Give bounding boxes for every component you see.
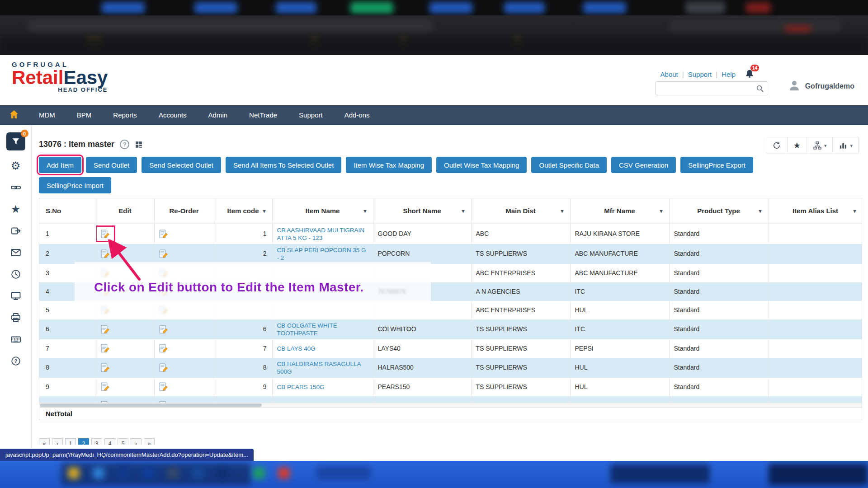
sort-caret-icon[interactable]: ▾ — [462, 208, 464, 214]
col-header-label: Item Alias List — [793, 207, 838, 215]
reorder-icon[interactable] — [159, 363, 168, 372]
outlet-specific-data-button[interactable]: Outlet Specific Data — [531, 157, 607, 173]
send-outlet-button[interactable]: Send Outlet — [86, 157, 137, 173]
csv-generation-button[interactable]: CSV Generation — [611, 157, 676, 173]
add-item-button[interactable]: Add Item — [39, 157, 81, 173]
nav-add-ons[interactable]: Add-ons — [334, 105, 381, 125]
cell-reorder — [154, 358, 214, 378]
page-button-4[interactable]: 4 — [104, 438, 115, 445]
page-button-2[interactable]: 2 — [78, 438, 89, 445]
help-icon[interactable]: ? — [9, 355, 22, 367]
col-header-item-code[interactable]: Item code▾ — [214, 198, 272, 224]
outlet-wise-tax-mapping-button[interactable]: Outlet Wise Tax Mapping — [436, 157, 527, 173]
edit-icon[interactable] — [101, 325, 110, 334]
search-input[interactable] — [656, 82, 756, 95]
edit-icon[interactable] — [101, 344, 110, 353]
help-link[interactable]: Help — [722, 70, 736, 78]
col-header-item-alias-list[interactable]: Item Alias List▾ — [768, 198, 862, 224]
retaileasy-logo[interactable]: GOFRUGAL RetailEasy HEAD OFFICE — [12, 61, 108, 93]
horizontal-scrollbar[interactable] — [39, 403, 862, 408]
edit-icon[interactable] — [101, 363, 110, 372]
send-icon[interactable] — [9, 225, 22, 237]
sort-caret-icon[interactable]: ▾ — [853, 208, 856, 214]
scrollbar-thumb[interactable] — [40, 404, 262, 407]
sellingprice-export-button[interactable]: SellingPrice Export — [680, 157, 753, 173]
item-name-link[interactable]: CB SLAP PERI POPCORN 35 G - 2 — [277, 246, 368, 262]
item-name-link[interactable]: CB PEARS 150G — [277, 383, 368, 391]
send-selected-outlet-button[interactable]: Send Selected Outlet — [142, 157, 221, 173]
page-button-nav[interactable]: ‹ — [52, 438, 63, 445]
nav-bpm[interactable]: BPM — [66, 105, 103, 125]
filter-icon[interactable]: 0 — [6, 132, 25, 150]
col-header-re-order[interactable]: Re-Order — [154, 198, 214, 224]
col-header-short-name[interactable]: Short Name▾ — [373, 198, 471, 224]
edit-icon[interactable] — [101, 382, 110, 391]
item-name-link[interactable]: CB AASHIRVAAD MULTIGRAIN ATTA 5 KG - 123 — [277, 226, 368, 242]
cell-item-name: CB LAYS 40G — [272, 339, 373, 358]
nav-admin[interactable]: Admin — [198, 105, 239, 125]
sellingprice-import-button[interactable]: SellingPrice Import — [39, 177, 111, 193]
item-name-link[interactable]: CB HALDIRAMS RASAGULLA 500G — [277, 360, 368, 375]
reorder-icon[interactable] — [159, 325, 168, 334]
cell-short-name: POPCORN — [373, 244, 471, 264]
nav-reports[interactable]: Reports — [102, 105, 148, 125]
col-header-label: Item code — [227, 207, 259, 215]
mail-icon[interactable] — [9, 246, 22, 259]
item-name-link[interactable]: CB COLGATE WHITE TOOTHPASTE — [277, 322, 368, 337]
page-button-1[interactable]: 1 — [65, 438, 76, 445]
about-link[interactable]: About — [660, 70, 678, 78]
clock-icon[interactable] — [9, 268, 22, 281]
nav-support[interactable]: Support — [288, 105, 334, 125]
reorder-icon[interactable] — [159, 382, 168, 391]
sort-caret-icon[interactable]: ▾ — [363, 208, 366, 214]
send-all-items-to-selected-outlet-button[interactable]: Send All Items To Selected Outlet — [226, 157, 341, 173]
item-wise-tax-mapping-button[interactable]: Item Wise Tax Mapping — [346, 157, 432, 173]
item-name-link[interactable]: CB LAYS 40G — [277, 345, 368, 352]
monitor-icon[interactable] — [9, 290, 22, 302]
blur-blob — [142, 467, 154, 479]
help-icon[interactable]: ? — [120, 140, 129, 149]
col-header-edit[interactable]: Edit — [96, 198, 154, 224]
col-header-s-no[interactable]: S.No — [39, 198, 96, 224]
refresh-button[interactable] — [766, 137, 787, 154]
star-icon[interactable]: ★ — [9, 203, 22, 216]
home-tab[interactable] — [0, 105, 28, 125]
page-button-5[interactable]: 5 — [118, 438, 128, 445]
sort-caret-icon[interactable]: ▾ — [561, 208, 563, 214]
col-header-mfr-name[interactable]: Mfr Name▾ — [570, 198, 669, 224]
cell-item-alias — [768, 301, 862, 319]
action-buttons-row: Add ItemSend OutletSend Selected OutletS… — [39, 157, 753, 173]
sort-caret-icon[interactable]: ▾ — [660, 208, 662, 214]
nav-mdm[interactable]: MDM — [28, 105, 66, 125]
page-button-nav[interactable]: » — [144, 438, 155, 445]
reorder-icon[interactable] — [159, 249, 168, 258]
grid-icon[interactable] — [135, 141, 143, 149]
support-link[interactable]: Support — [688, 70, 712, 78]
notification-bell-icon[interactable]: 14 — [745, 69, 754, 80]
col-header-item-name[interactable]: Item Name▾ — [272, 198, 373, 224]
printer-icon[interactable] — [9, 311, 22, 324]
page-button-3[interactable]: 3 — [91, 438, 102, 445]
gear-icon[interactable]: ⚙ — [9, 160, 22, 172]
sort-caret-icon[interactable]: ▾ — [263, 208, 265, 214]
annotation-arrow-icon — [106, 239, 147, 285]
col-header-main-dist[interactable]: Main Dist▾ — [471, 198, 570, 224]
reorder-icon[interactable] — [159, 230, 168, 239]
col-header-product-type[interactable]: Product Type▾ — [669, 198, 768, 224]
hierarchy-button[interactable]: ▾ — [807, 137, 833, 154]
user-menu[interactable]: Gofrugaldemo — [788, 79, 854, 94]
link-icon[interactable] — [9, 181, 22, 194]
reorder-icon[interactable] — [159, 344, 168, 353]
cell-mfr-name: HUL — [570, 396, 669, 403]
sort-caret-icon[interactable]: ▾ — [759, 208, 761, 214]
page-button-nav[interactable]: › — [131, 438, 142, 445]
chart-button[interactable]: ▾ — [832, 137, 859, 154]
nav-nettrade[interactable]: NetTrade — [238, 105, 288, 125]
edit-icon[interactable] — [101, 230, 110, 239]
nav-accounts[interactable]: Accounts — [148, 105, 198, 125]
page-button-nav[interactable]: « — [39, 438, 50, 445]
search-icon[interactable] — [756, 84, 767, 93]
favorite-button[interactable]: ★ — [787, 137, 807, 154]
keyboard-icon[interactable] — [9, 333, 22, 346]
cell-item-alias — [768, 358, 862, 378]
